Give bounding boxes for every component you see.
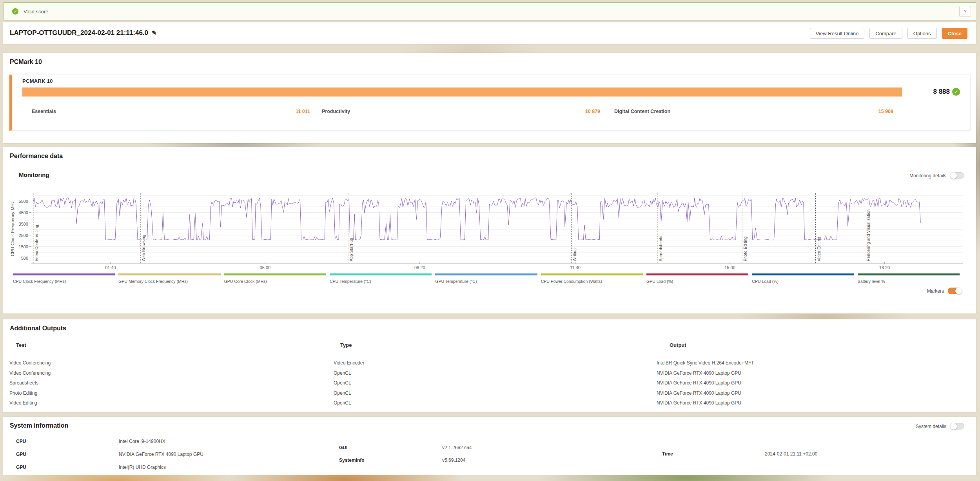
legend-label: GPU Load (%) <box>646 279 748 284</box>
pcmark-section-title: PCMark 10 <box>10 58 42 66</box>
options-button[interactable]: Options <box>907 28 937 39</box>
legend-item[interactable]: GPU Memory Clock Frequency (MHz) <box>118 273 220 284</box>
sysinfo-label: SystemInfo <box>339 457 365 463</box>
x-tick-label: 15:00 <box>724 265 735 270</box>
subscore-productivity: Productivity 10 879 <box>322 109 600 114</box>
sysinfo-label: GPU <box>16 452 26 457</box>
workload-marker-label: App Start-up <box>349 238 354 261</box>
workload-marker-label: Spreadsheets <box>659 236 663 261</box>
pcmark-score-bar <box>22 87 902 97</box>
valid-score-label: Valid score <box>24 9 48 15</box>
legend-swatch <box>752 273 854 275</box>
y-axis-label: CPU Clock Frequency MHz <box>10 201 15 256</box>
result-name: LAPTOP-OTTGUUDR_2024-02-01 21:11:46.0 <box>10 29 148 36</box>
workload-marker-label: Web Browsing <box>142 235 146 261</box>
output-cell: NVIDIA GeForce RTX 4090 Laptop GPU <box>657 400 741 406</box>
system-details-toggle[interactable] <box>950 423 964 430</box>
monitoring-details-label: Monitoring details <box>909 173 946 179</box>
valid-check-icon: ✓ <box>12 8 18 15</box>
output-cell: NVIDIA GeForce RTX 4090 Laptop GPU <box>657 380 741 386</box>
workload-marker-label: Photo Editing <box>743 237 748 261</box>
column-header-type: Type <box>340 342 352 348</box>
test-cell: Photo Editing <box>9 390 37 396</box>
sysinfo-value: Intel(R) UHD Graphics <box>119 465 166 470</box>
monitoring-details-toggle[interactable] <box>950 172 964 179</box>
view-result-online-button[interactable]: View Result Online <box>810 28 865 39</box>
table-row: SpreadsheetsOpenCLNVIDIA GeForce RTX 409… <box>3 380 976 390</box>
sysinfo-label: Time <box>662 451 673 457</box>
test-cell: Video Conferencing <box>9 360 51 366</box>
table-row: Photo EditingOpenCLNVIDIA GeForce RTX 40… <box>3 390 976 400</box>
legend-item[interactable]: Battery level % <box>858 273 960 284</box>
subscore-value: 10 879 <box>585 109 600 114</box>
test-cell: Spreadsheets <box>9 380 38 386</box>
x-tick-label: 11:40 <box>570 265 581 270</box>
legend-swatch <box>118 273 220 275</box>
workload-marker-label: Rendering and Visualization <box>866 210 871 261</box>
result-title-bar: LAPTOP-OTTGUUDR_2024-02-01 21:11:46.0✎ V… <box>3 22 976 44</box>
compare-button[interactable]: Compare <box>869 28 902 39</box>
outputs-table-header: Test Type Output <box>3 342 976 350</box>
legend-label: CPU Load (%) <box>752 279 854 284</box>
edit-title-icon[interactable]: ✎ <box>152 29 157 36</box>
subscore-value: 15 908 <box>878 109 893 114</box>
legend-item[interactable]: CPU Clock Frequency (MHz) <box>13 273 115 284</box>
legend-label: CPU Clock Frequency (MHz) <box>13 279 115 284</box>
legend-label: GPU Core Clock (MHz) <box>224 279 326 284</box>
sysinfo-value: 2024-02-01 21:11 +02:00 <box>765 451 817 457</box>
subscore-label: Productivity <box>322 109 350 114</box>
type-cell: OpenCL <box>334 390 351 396</box>
output-cell: IntelBR Quick Sync Video H.264 Encoder M… <box>657 360 754 366</box>
system-details-label: System details <box>916 424 946 429</box>
y-tick-label: 2500 <box>19 233 28 238</box>
x-tick-label: 05:00 <box>260 265 271 270</box>
sysinfo-label: CPU <box>16 439 26 444</box>
legend-label: Battery level % <box>858 279 960 284</box>
x-tick-label: 18:20 <box>879 265 890 270</box>
legend-label: GPU Memory Clock Frequency (MHz) <box>118 279 220 284</box>
system-information-title: System information <box>10 422 68 429</box>
pcmark-score-value: 8 888 <box>933 88 950 96</box>
table-row: Video EditingOpenCLNVIDIA GeForce RTX 40… <box>3 400 976 410</box>
sysinfo-value: Intel Core i9-14900HX <box>119 439 165 444</box>
y-tick-label: 4500 <box>19 210 28 215</box>
title-actions: View Result Online Compare Options Close <box>810 28 967 39</box>
help-button[interactable]: ? <box>959 6 971 17</box>
legend-item[interactable]: CPU Load (%) <box>752 273 854 284</box>
close-button[interactable]: Close <box>942 28 967 39</box>
column-header-test: Test <box>16 342 26 348</box>
legend-item[interactable]: CPU Power Consumption (Watts) <box>541 273 643 284</box>
y-tick-label: 500 <box>21 256 28 261</box>
y-tick-label: 5500 <box>19 199 28 204</box>
chart-legend: CPU Clock Frequency (MHz)GPU Memory Cloc… <box>13 273 960 284</box>
column-header-output: Output <box>670 342 686 348</box>
output-cell: NVIDIA GeForce RTX 4090 Laptop GPU <box>657 390 741 396</box>
legend-item[interactable]: CPU Temperature (°C) <box>330 273 432 284</box>
subscore-essentials: Essentials 11 011 <box>32 109 310 114</box>
legend-swatch <box>646 273 748 275</box>
legend-swatch <box>330 273 432 275</box>
table-row: Video ConferencingOpenCLNVIDIA GeForce R… <box>3 370 976 380</box>
system-information-section: System information System details CPUInt… <box>3 417 976 475</box>
legend-item[interactable]: GPU Temperature (°C) <box>435 273 537 284</box>
legend-label: GPU Temperature (°C) <box>435 279 537 284</box>
cpu-frequency-line <box>33 198 920 240</box>
markers-control: Markers <box>927 288 962 294</box>
legend-swatch <box>541 273 643 275</box>
legend-label: CPU Temperature (°C) <box>330 279 432 284</box>
output-cell: NVIDIA GeForce RTX 4090 Laptop GPU <box>657 370 741 376</box>
legend-item[interactable]: GPU Load (%) <box>646 273 748 284</box>
legend-swatch <box>435 273 537 275</box>
score-valid-check-icon: ✓ <box>952 88 960 96</box>
subscore-value: 11 011 <box>296 109 310 114</box>
subscore-label: Digital Content Creation <box>614 109 670 114</box>
legend-item[interactable]: GPU Core Clock (MHz) <box>224 273 326 284</box>
legend-swatch <box>13 273 115 275</box>
markers-toggle[interactable] <box>948 288 962 294</box>
sysinfo-label: GUI <box>339 445 347 450</box>
legend-swatch <box>858 273 960 275</box>
sysinfo-value: v2.1.2662 s64 <box>442 445 472 450</box>
monitoring-title: Monitoring <box>19 171 49 178</box>
y-tick-label: 3500 <box>19 222 28 226</box>
pcmark-card-label: PCMARK 10 <box>22 78 53 84</box>
